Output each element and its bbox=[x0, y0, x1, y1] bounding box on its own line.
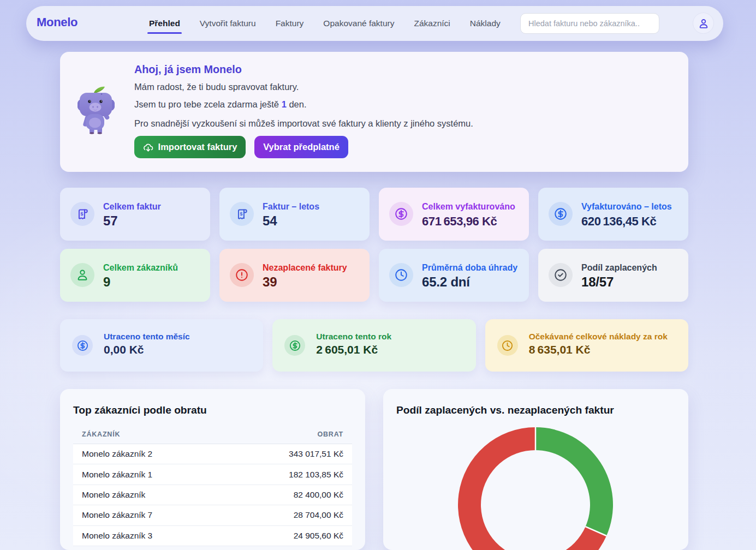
svg-text:$: $ bbox=[81, 211, 84, 217]
svg-text:$: $ bbox=[240, 211, 243, 217]
